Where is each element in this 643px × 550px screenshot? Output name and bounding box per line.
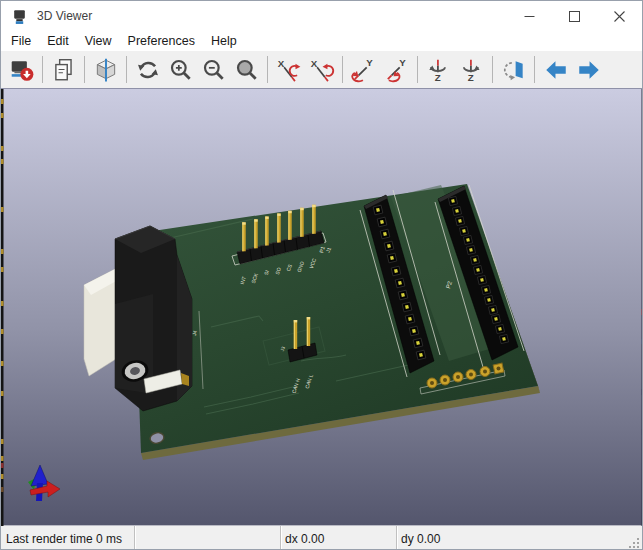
reload-board-icon	[9, 57, 35, 83]
toolbar-separator	[84, 56, 85, 83]
3d-scene[interactable]: INT SCK SI SO CS GND VCC J1 J3 CAN H CAN…	[1, 89, 643, 526]
minimize-icon	[524, 11, 535, 22]
move-left-icon	[543, 57, 569, 83]
rotate-x-cw-icon: X	[276, 57, 302, 83]
rotate-z-ccw-button[interactable]: Z	[455, 55, 488, 85]
rotate-y-cw-button[interactable]: Y	[347, 55, 380, 85]
rotate-view-icon	[135, 57, 161, 83]
toolbar-separator	[417, 56, 418, 83]
toolbar-separator	[42, 56, 43, 83]
maximize-icon	[569, 11, 580, 22]
status-dx: dx 0.00	[280, 526, 396, 550]
rotate-y-cw-icon: Y	[351, 57, 377, 83]
svg-text:Z: Z	[467, 72, 473, 83]
rotate-z-cw-button[interactable]: Z	[422, 55, 455, 85]
3d-viewer-app-icon	[11, 8, 28, 25]
rotate-x-cw-button[interactable]: X	[272, 55, 305, 85]
rotate-z-ccw-icon: Z	[459, 57, 485, 83]
dy-text: dy 0.00	[401, 532, 440, 546]
svg-text:X: X	[277, 58, 284, 69]
toolbar-separator	[534, 56, 535, 83]
menubar: File Edit View Preferences Help	[1, 31, 642, 51]
toolbar-separator	[492, 56, 493, 83]
rotate-y-ccw-icon: Y	[384, 57, 410, 83]
statusbar: Last render time 0 ms dx 0.00 dy 0.00	[1, 525, 642, 550]
move-right-button[interactable]	[572, 55, 605, 85]
toolbar-separator	[267, 56, 268, 83]
flip-board-button[interactable]	[497, 55, 530, 85]
toolbar-separator	[126, 56, 127, 83]
svg-text:Y: Y	[366, 57, 373, 68]
svg-text:Y: Y	[399, 57, 406, 68]
axis-indicator	[28, 465, 60, 501]
zoom-fit-icon	[234, 57, 260, 83]
zoom-in-button[interactable]	[164, 55, 197, 85]
zoom-out-icon	[201, 57, 227, 83]
close-icon	[614, 11, 625, 22]
menu-edit[interactable]: Edit	[39, 31, 77, 51]
status-dy: dy 0.00	[396, 526, 642, 550]
window-title: 3D Viewer	[37, 9, 507, 23]
titlebar[interactable]: 3D Viewer	[1, 1, 642, 31]
dx-text: dx 0.00	[285, 532, 324, 546]
clipped-edge-left	[1, 89, 4, 526]
status-message	[134, 526, 280, 550]
move-right-icon	[576, 57, 602, 83]
move-left-button[interactable]	[539, 55, 572, 85]
menu-preferences[interactable]: Preferences	[120, 31, 203, 51]
orientation-cube-icon	[93, 57, 119, 83]
close-button[interactable]	[597, 1, 642, 31]
rotate-view-button[interactable]	[131, 55, 164, 85]
3d-viewer-window: 3D Viewer File Edit View Preferences Hel…	[0, 0, 643, 550]
render-time-text: Last render time 0 ms	[6, 532, 122, 546]
copy-image-icon	[51, 57, 77, 83]
rotate-x-ccw-button[interactable]: X	[305, 55, 338, 85]
menu-file[interactable]: File	[3, 31, 39, 51]
menu-view[interactable]: View	[77, 31, 120, 51]
svg-text:Z: Z	[434, 72, 440, 83]
toolbar-separator	[342, 56, 343, 83]
zoom-out-button[interactable]	[197, 55, 230, 85]
rotate-z-cw-icon: Z	[426, 57, 452, 83]
rotate-y-ccw-button[interactable]: Y	[380, 55, 413, 85]
rotate-x-ccw-icon: X	[309, 57, 335, 83]
menu-help[interactable]: Help	[203, 31, 245, 51]
zoom-fit-button[interactable]	[230, 55, 263, 85]
svg-text:X: X	[310, 58, 317, 69]
3d-viewport-area: INT SCK SI SO CS GND VCC J1 J3 CAN H CAN…	[1, 88, 642, 525]
toolbar: X X Y	[1, 51, 642, 88]
reload-board-button[interactable]	[5, 55, 38, 85]
orientation-cube-button[interactable]	[89, 55, 122, 85]
flip-board-icon	[501, 57, 527, 83]
zoom-in-icon	[168, 57, 194, 83]
status-render-time: Last render time 0 ms	[1, 526, 134, 550]
copy-image-button[interactable]	[47, 55, 80, 85]
maximize-button[interactable]	[552, 1, 597, 31]
minimize-button[interactable]	[507, 1, 552, 31]
resize-grip[interactable]	[628, 537, 640, 549]
pcb-board	[133, 184, 540, 460]
